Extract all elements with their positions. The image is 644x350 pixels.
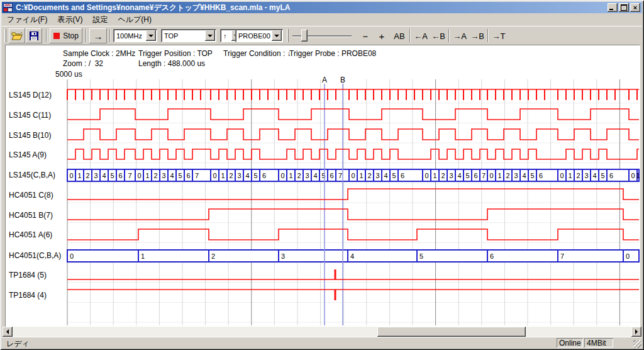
bus-value: 7 <box>482 172 486 179</box>
bus-value: 6 <box>186 172 190 179</box>
bus-value: 3 <box>237 172 241 179</box>
waveform-plot[interactable]: 0123456701234567012345601234567012345601… <box>0 0 644 350</box>
bus-value: 5 <box>419 252 423 260</box>
bus-value: 3 <box>162 172 165 179</box>
bus-value: 0 <box>69 172 73 179</box>
bus-value: 5 <box>253 172 257 179</box>
bus-value: 1 <box>497 172 501 179</box>
bus-value: 1 <box>221 172 225 179</box>
bus-value: 0 <box>70 252 74 260</box>
bus-value: 3 <box>94 172 97 179</box>
bus-value: 3 <box>514 172 518 179</box>
bus-value: 0 <box>351 172 355 179</box>
channel-label: HC4051 C(8) <box>9 191 53 200</box>
bus-cell <box>209 250 279 262</box>
bus-value: 0 <box>137 172 141 179</box>
bus-value: 2 <box>86 172 89 179</box>
bus-value: 3 <box>305 172 309 179</box>
timeline-scale-label: 5000 us <box>55 70 82 79</box>
bus-cell <box>348 250 417 262</box>
bus-value: 1 <box>359 172 363 179</box>
bus-value: 4 <box>313 172 317 179</box>
cursor-label-a: A <box>322 76 327 84</box>
bus-value: 5 <box>530 172 534 179</box>
bus-value: 2 <box>153 172 157 179</box>
bus-value: 0 <box>626 252 630 260</box>
bus-cell <box>487 250 558 262</box>
bus-value: 6 <box>330 172 333 179</box>
bus-value: 1 <box>77 172 81 179</box>
bus-cell <box>417 250 487 262</box>
bus-value: 6 <box>262 172 266 179</box>
bus-value: 2 <box>297 172 301 179</box>
bus-value: 2 <box>229 172 233 179</box>
channel-label: LS145(C,B,A) <box>9 171 55 179</box>
cursor-label-b: B <box>340 76 345 84</box>
channel-label: TP1684 (5) <box>9 271 47 279</box>
bus-value: 3 <box>375 172 379 179</box>
bus-value: 7 <box>128 172 131 179</box>
signal-trace <box>67 229 639 240</box>
bus-value: 0 <box>425 172 428 179</box>
signal-trace <box>67 149 639 159</box>
bus-value: 4 <box>102 172 106 179</box>
bus-value: 5 <box>110 172 114 179</box>
bus-cell <box>138 250 209 262</box>
signal-trace <box>67 189 639 200</box>
bus-value: 0 <box>489 172 493 179</box>
bus-value: 7 <box>560 252 564 260</box>
bus-value: 1 <box>289 172 292 179</box>
bus-value: 4 <box>522 172 526 179</box>
bus-value: 1 <box>433 172 436 179</box>
bus-value: 6 <box>118 172 122 179</box>
bus-value: 7 <box>195 172 199 179</box>
bus-value: 4 <box>384 172 387 179</box>
bus-value: 2 <box>441 172 445 179</box>
signal-trace <box>67 109 639 120</box>
channel-label: LS145 B(10) <box>9 131 51 140</box>
bus-value: 6 <box>401 172 404 179</box>
channel-label: LS145 D(12) <box>9 91 52 99</box>
channel-label: HC4051 A(6) <box>9 230 52 239</box>
bus-value: 4 <box>457 172 461 179</box>
bus-value: 6 <box>609 172 613 179</box>
bus-value: 4 <box>245 172 249 179</box>
channel-label: HC4051(C,B,A) <box>9 251 61 260</box>
bus-value: 1 <box>141 252 145 260</box>
bus-value: 2 <box>576 172 580 179</box>
signal-trace <box>67 209 639 220</box>
bus-value: 4 <box>592 172 596 179</box>
bus-value: 3 <box>584 172 588 179</box>
bus-value: 1 <box>636 172 640 179</box>
bus-value: 0 <box>560 172 564 179</box>
bus-value: 1 <box>145 172 149 179</box>
bus-value: 5 <box>601 172 604 179</box>
channel-label: TP1684 (4) <box>9 291 47 300</box>
bus-value: 6 <box>539 172 543 179</box>
bus-value: 4 <box>350 252 354 260</box>
bus-value: 2 <box>506 172 509 179</box>
bus-value: 0 <box>213 172 216 179</box>
bus-value: 1 <box>568 172 572 179</box>
bus-value: 6 <box>490 252 494 260</box>
bus-value: 0 <box>631 172 635 179</box>
channel-label: LS145 A(9) <box>9 150 47 159</box>
bus-value: 3 <box>449 172 453 179</box>
bus-value: 3 <box>281 252 285 260</box>
bus-value: 0 <box>280 172 284 179</box>
bus-value: 4 <box>170 172 174 179</box>
bus-value: 5 <box>392 172 396 179</box>
bus-value: 7 <box>338 172 342 179</box>
channel-label: HC4051 B(7) <box>9 211 53 220</box>
bus-cell <box>279 250 348 262</box>
bus-value: 2 <box>367 172 371 179</box>
bus-value: 5 <box>178 172 182 179</box>
bus-value: 6 <box>474 172 477 179</box>
channel-label: LS145 C(11) <box>9 111 51 120</box>
bus-value: 2 <box>211 252 215 260</box>
signal-trace <box>67 129 639 140</box>
app-window: C:¥Documents and Settings¥noname¥デスクトップ¥… <box>0 0 644 350</box>
bus-cell <box>558 250 623 262</box>
bus-value: 5 <box>465 172 469 179</box>
bus-cell <box>67 250 138 262</box>
